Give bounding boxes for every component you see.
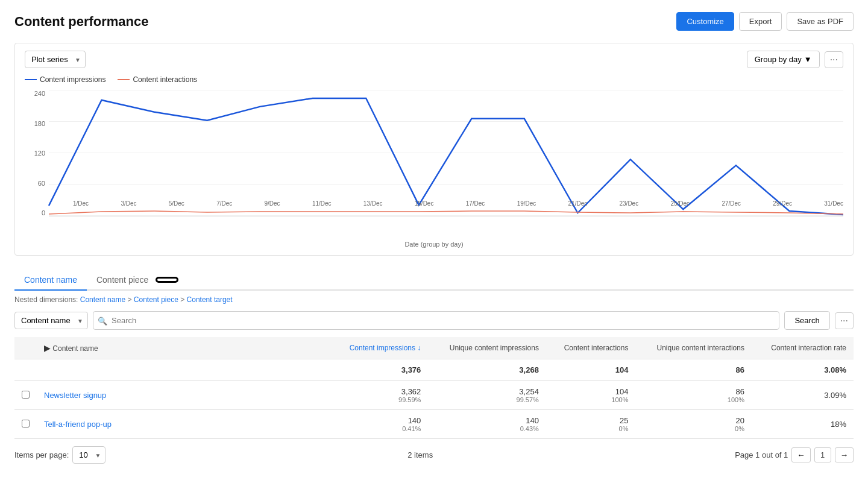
y-label-60: 60 bbox=[38, 180, 45, 187]
table-toolbar: Content name ▼ 🔍 Search ··· bbox=[14, 311, 854, 330]
prev-page-button[interactable]: ← bbox=[791, 447, 810, 462]
x-label-9: 9/Dec bbox=[265, 200, 280, 207]
row2-unique-impressions: 1400.43% bbox=[428, 410, 546, 439]
per-page-select-wrapper[interactable]: 10 25 50 ▼ bbox=[72, 446, 105, 464]
total-interactions: 104 bbox=[546, 359, 636, 381]
play-icon: ▶ bbox=[44, 343, 51, 353]
customize-button[interactable]: Customize bbox=[676, 12, 734, 31]
y-label-120: 120 bbox=[34, 150, 45, 157]
nested-dim-3[interactable]: Content target bbox=[187, 295, 233, 304]
x-label-11: 11/Dec bbox=[312, 200, 332, 207]
chart-plot: 1/Dec 3/Dec 5/Dec 7/Dec 9/Dec 11/Dec 13/… bbox=[49, 90, 843, 216]
col-header-impressions[interactable]: Content impressions ↓ bbox=[330, 337, 428, 359]
per-page-select[interactable]: 10 25 50 bbox=[72, 446, 105, 464]
col-header-unique-impressions[interactable]: Unique content impressions bbox=[428, 337, 546, 359]
export-button[interactable]: Export bbox=[739, 12, 782, 31]
items-per-page-label: Items per page: bbox=[14, 450, 69, 459]
group-by-button[interactable]: Group by day ▼ bbox=[747, 51, 820, 68]
plot-series-select-wrapper[interactable]: Plot series ▼ bbox=[25, 51, 86, 68]
x-label-31: 31/Dec bbox=[824, 200, 843, 207]
total-unique-interactions: 86 bbox=[635, 359, 752, 381]
x-axis-title: Date (group by day) bbox=[25, 241, 843, 248]
chart-toolbar-right: Group by day ▼ ··· bbox=[747, 51, 843, 68]
row2-interactions: 250% bbox=[546, 410, 636, 439]
tab-callout bbox=[156, 277, 178, 283]
table-section: Content name Content piece Nested dimens… bbox=[14, 270, 854, 464]
y-label-180: 180 bbox=[34, 120, 45, 127]
row2-name: Tell-a-friend pop-up bbox=[37, 410, 330, 439]
y-label-240: 240 bbox=[34, 90, 45, 97]
dimension-select[interactable]: Content name bbox=[14, 312, 88, 329]
legend-item-impressions: Content impressions bbox=[25, 75, 105, 84]
search-icon: 🔍 bbox=[98, 316, 107, 325]
search-button[interactable]: Search bbox=[784, 311, 829, 330]
x-label-29: 29/Dec bbox=[773, 200, 792, 207]
x-label-23: 23/Dec bbox=[620, 200, 639, 207]
chart-more-button[interactable]: ··· bbox=[825, 51, 843, 68]
row1-unique-interactions: 86100% bbox=[635, 381, 752, 410]
save-pdf-button[interactable]: Save as PDF bbox=[787, 12, 854, 31]
total-row: 3,376 3,268 104 86 3.08% bbox=[14, 359, 854, 381]
page-info: Page 1 out of 1 bbox=[735, 450, 788, 459]
plot-series-select[interactable]: Plot series bbox=[25, 51, 86, 68]
col-header-interactions[interactable]: Content interactions bbox=[546, 337, 636, 359]
row1-name: Newsletter signup bbox=[37, 381, 330, 410]
nested-dims: Nested dimensions: Content name > Conten… bbox=[14, 295, 854, 304]
legend-label-interactions: Content interactions bbox=[133, 75, 197, 84]
legend-line-impressions bbox=[25, 79, 37, 80]
row1-interactions: 104100% bbox=[546, 381, 636, 410]
row2-unique-interactions: 200% bbox=[635, 410, 752, 439]
total-unique-impressions: 3,268 bbox=[428, 359, 546, 381]
row1-name-link[interactable]: Newsletter signup bbox=[44, 391, 106, 400]
tab-content-piece[interactable]: Content piece bbox=[87, 270, 188, 291]
items-count: 2 items bbox=[407, 450, 433, 459]
chart-area: 240 180 120 60 0 bbox=[25, 90, 843, 235]
row2-impressions: 1400.41% bbox=[330, 410, 428, 439]
dimension-select-wrapper[interactable]: Content name ▼ bbox=[14, 312, 88, 329]
row1-unique-impressions: 3,25499.57% bbox=[428, 381, 546, 410]
current-page: 1 bbox=[814, 447, 831, 462]
total-impressions: 3,376 bbox=[330, 359, 428, 381]
page-title: Content performance bbox=[14, 14, 148, 30]
search-container: 🔍 bbox=[93, 311, 779, 330]
x-label-21: 21/Dec bbox=[568, 200, 588, 207]
x-label-7: 7/Dec bbox=[216, 200, 232, 207]
y-axis: 240 180 120 60 0 bbox=[25, 90, 49, 216]
x-label-15: 15/Dec bbox=[415, 200, 434, 207]
nested-dim-1[interactable]: Content name bbox=[80, 295, 125, 304]
col-header-rate[interactable]: Content interaction rate bbox=[752, 337, 854, 359]
row1-impressions: 3,36299.59% bbox=[330, 381, 428, 410]
x-label-19: 19/Dec bbox=[517, 200, 536, 207]
tab-content-name[interactable]: Content name bbox=[14, 270, 87, 291]
table-row: Newsletter signup 3,36299.59% 3,25499.57… bbox=[14, 381, 854, 410]
next-page-button[interactable]: → bbox=[835, 447, 854, 462]
row1-checkbox[interactable] bbox=[14, 381, 37, 410]
header-buttons: Customize Export Save as PDF bbox=[676, 12, 854, 31]
x-label-1: 1/Dec bbox=[73, 200, 89, 207]
x-axis: 1/Dec 3/Dec 5/Dec 7/Dec 9/Dec 11/Dec 13/… bbox=[73, 198, 843, 216]
total-checkbox bbox=[14, 359, 37, 381]
x-label-17: 17/Dec bbox=[466, 200, 485, 207]
table-more-button[interactable]: ··· bbox=[835, 312, 854, 329]
total-rate: 3.08% bbox=[752, 359, 854, 381]
nested-dim-2[interactable]: Content piece bbox=[134, 295, 178, 304]
chart-legend: Content impressions Content interactions bbox=[25, 75, 843, 84]
group-by-chevron-icon: ▼ bbox=[804, 55, 812, 64]
legend-label-impressions: Content impressions bbox=[40, 75, 105, 84]
data-table: ▶ Content name Content impressions ↓ Uni… bbox=[14, 337, 854, 439]
chart-container: Plot series ▼ Group by day ▼ ··· Content… bbox=[14, 43, 854, 256]
x-label-5: 5/Dec bbox=[169, 200, 184, 207]
col-header-unique-interactions[interactable]: Unique content interactions bbox=[635, 337, 752, 359]
search-input[interactable] bbox=[93, 311, 779, 330]
row2-rate: 18% bbox=[752, 410, 854, 439]
row2-checkbox[interactable] bbox=[14, 410, 37, 439]
total-name bbox=[37, 359, 330, 381]
row1-rate: 3.09% bbox=[752, 381, 854, 410]
chart-toolbar: Plot series ▼ Group by day ▼ ··· bbox=[25, 51, 843, 68]
row2-name-link[interactable]: Tell-a-friend pop-up bbox=[44, 420, 112, 429]
group-by-label: Group by day bbox=[755, 55, 802, 64]
legend-item-interactions: Content interactions bbox=[118, 75, 197, 84]
pagination: Page 1 out of 1 ← 1 → bbox=[735, 447, 854, 462]
legend-line-interactions bbox=[118, 79, 130, 80]
col-header-name[interactable]: ▶ Content name bbox=[37, 337, 330, 359]
